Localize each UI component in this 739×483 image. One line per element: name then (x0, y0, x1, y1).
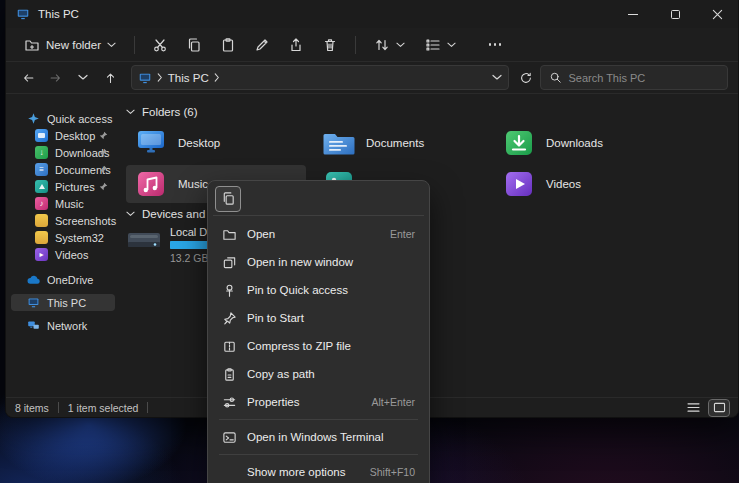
sidebar-item-videos[interactable]: Videos (11, 246, 115, 263)
menu-item-copy-as-path[interactable]: Copy as path (213, 360, 424, 388)
new-folder-button[interactable]: New folder (16, 32, 124, 58)
copy-quick-action-button[interactable] (215, 186, 241, 212)
menu-item-label: Open (247, 228, 380, 240)
copy-icon (186, 37, 202, 53)
address-dropdown-icon[interactable] (492, 74, 502, 81)
more-icon (489, 43, 502, 46)
menu-item-label: Open in new window (247, 256, 405, 268)
menu-item-open-in-windows-terminal[interactable]: Open in Windows Terminal (213, 423, 424, 451)
menu-item-show-more-options[interactable]: Show more options Shift+F10 (213, 458, 424, 483)
sidebar-item-system32[interactable]: System32 (11, 229, 115, 246)
details-view-toggle[interactable] (683, 400, 703, 416)
recent-locations-button[interactable] (70, 65, 95, 91)
view-button[interactable] (417, 32, 464, 58)
chevron-down-icon (447, 42, 456, 48)
documents-icon (35, 163, 48, 176)
copy-path-icon (221, 366, 237, 382)
folders-section-header[interactable]: Folders (6) (126, 106, 198, 118)
sidebar-item-this-pc[interactable]: This PC (11, 294, 115, 311)
pictures-icon (35, 180, 48, 193)
music-folder-icon (134, 170, 168, 198)
menu-item-label: Copy as path (247, 368, 405, 380)
status-separator (147, 402, 148, 413)
close-icon (712, 9, 723, 20)
sidebar-item-label: Desktop (55, 130, 95, 142)
address-crumb[interactable]: This PC (168, 72, 209, 84)
new-folder-label: New folder (46, 39, 101, 51)
menu-separator (219, 419, 418, 420)
sidebar-item-label: OneDrive (47, 274, 93, 286)
paste-button[interactable] (213, 31, 243, 59)
new-folder-icon (24, 37, 40, 53)
network-icon (27, 319, 40, 332)
folder-icon (35, 231, 48, 244)
more-options-button[interactable] (480, 31, 510, 59)
sidebar-item-documents[interactable]: Documents (11, 161, 115, 178)
menu-item-pin-to-quick-access[interactable]: Pin to Quick access (213, 276, 424, 304)
rename-icon (254, 37, 270, 53)
selection-count: 1 item selected (68, 402, 139, 414)
back-button[interactable] (16, 65, 41, 91)
copy-button[interactable] (179, 31, 209, 59)
sidebar-item-label: Quick access (47, 113, 112, 125)
pin-icon (99, 165, 108, 174)
pin-icon (221, 310, 237, 326)
sidebar-item-pictures[interactable]: Pictures (11, 178, 115, 195)
search-input[interactable] (568, 72, 719, 84)
back-icon (21, 71, 36, 85)
search-box[interactable] (540, 65, 728, 90)
cut-button[interactable] (145, 31, 175, 59)
folder-name: Videos (546, 178, 581, 190)
menu-item-pin-to-start[interactable]: Pin to Start (213, 304, 424, 332)
music-icon (35, 197, 48, 210)
sidebar-item-label: This PC (47, 297, 86, 309)
sidebar-item-screenshots[interactable]: Screenshots (11, 212, 115, 229)
close-button[interactable] (696, 0, 738, 28)
minimize-button[interactable] (612, 0, 654, 28)
rename-button[interactable] (247, 31, 277, 59)
command-bar: New folder (6, 28, 738, 62)
navigation-pane: Quick access Desktop Downloads Documents… (6, 96, 120, 397)
share-button[interactable] (281, 31, 311, 59)
menu-item-open-in-new-window[interactable]: Open in new window (213, 248, 424, 276)
sort-button[interactable] (366, 32, 413, 58)
quick-access-icon (27, 112, 40, 125)
large-icons-view-toggle[interactable] (709, 400, 729, 416)
folder-tile-desktop[interactable]: Desktop (126, 124, 306, 162)
sidebar-item-downloads[interactable]: Downloads (11, 144, 115, 161)
open-icon (221, 226, 237, 242)
details-view-icon (687, 402, 700, 413)
folder-tile-downloads[interactable]: Downloads (494, 124, 674, 162)
sidebar-item-onedrive[interactable]: OneDrive (11, 271, 115, 288)
sidebar-item-network[interactable]: Network (11, 317, 115, 334)
sidebar-item-music[interactable]: Music (11, 195, 115, 212)
context-menu-quick-actions (213, 186, 424, 216)
folder-tile-documents[interactable]: Documents (314, 124, 494, 162)
up-button[interactable] (98, 65, 123, 91)
toolbar-separator (134, 36, 135, 54)
properties-icon (221, 394, 237, 410)
maximize-button[interactable] (654, 0, 696, 28)
paste-icon (220, 37, 236, 53)
desktop-icon (35, 129, 48, 142)
terminal-icon (221, 429, 237, 445)
chevron-down-icon (107, 42, 116, 48)
forward-button[interactable] (43, 65, 68, 91)
menu-item-label: Pin to Quick access (247, 284, 405, 296)
collapse-chevron-icon (126, 109, 135, 115)
sidebar-item-quick-access[interactable]: Quick access (11, 110, 115, 127)
menu-separator (219, 454, 418, 455)
delete-icon (322, 37, 338, 53)
delete-button[interactable] (315, 31, 345, 59)
crumb-chevron-icon (214, 73, 220, 82)
menu-item-open[interactable]: Open Enter (213, 220, 424, 248)
folder-name: Desktop (178, 137, 220, 149)
menu-item-properties[interactable]: Properties Alt+Enter (213, 388, 424, 416)
folder-tile-videos[interactable]: Videos (494, 165, 674, 203)
refresh-button[interactable] (513, 65, 538, 91)
sidebar-item-label: Network (47, 320, 87, 332)
menu-item-compress-to-zip[interactable]: Compress to ZIP file (213, 332, 424, 360)
sidebar-item-desktop[interactable]: Desktop (11, 127, 115, 144)
address-bar[interactable]: This PC (131, 65, 509, 90)
forward-icon (48, 71, 63, 85)
